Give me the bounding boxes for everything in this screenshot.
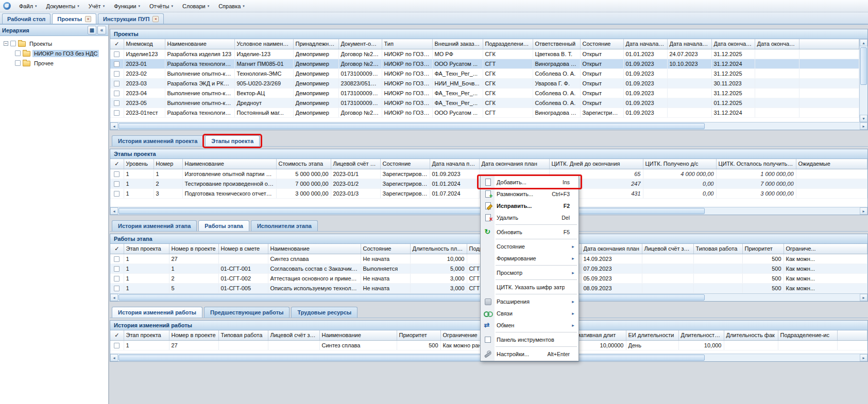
column-header[interactable]: Подразделение-ис (778, 330, 837, 340)
row-checkbox[interactable] (114, 276, 120, 282)
scroll-left-icon[interactable]: ◂ (110, 294, 118, 301)
column-header[interactable]: Внешний заказчик (432, 39, 483, 49)
context-menu-item[interactable]: Связи▸ (481, 307, 578, 319)
column-header[interactable]: Подразделение-от (483, 39, 533, 49)
panel-tab[interactable]: Исполнители этапа (251, 220, 318, 231)
row-checkbox[interactable] (114, 110, 120, 116)
select-all-header[interactable]: ✓ (110, 330, 124, 340)
scrollbar-thumb[interactable] (118, 123, 705, 129)
row-checkbox[interactable] (114, 191, 120, 197)
context-menu-item[interactable]: Настройки...Alt+Enter (481, 348, 578, 360)
column-header[interactable]: Ожидаемые (796, 159, 867, 169)
scroll-right-icon[interactable]: ▸ (860, 207, 867, 215)
scroll-left-icon[interactable]: ◂ (110, 354, 118, 361)
column-header[interactable]: Номер в проекте (169, 244, 218, 254)
context-menu-item[interactable]: Обмен▸ (481, 319, 578, 331)
close-icon[interactable]: × (152, 16, 159, 22)
scrollbar-thumb[interactable] (118, 208, 705, 214)
panel-tab[interactable]: История изменений проекта (112, 135, 203, 146)
column-header[interactable]: Наименование (182, 159, 276, 169)
column-header[interactable]: Дата окончания пл (711, 39, 755, 49)
column-header[interactable]: Стоимость этапа (276, 159, 331, 169)
window-tab[interactable]: Рабочий стол (2, 13, 50, 24)
hierarchy-view-icon[interactable]: ▦ (88, 26, 96, 34)
scroll-up-icon[interactable]: ▴ (860, 39, 867, 46)
context-menu-item[interactable]: Формирование▸ (481, 252, 578, 264)
context-menu-item[interactable]: Исправить...F2 (481, 200, 578, 212)
context-menu-item[interactable]: ЦИТК. Указать шифр затрат... (481, 281, 578, 293)
column-header[interactable]: Длительность пла (678, 330, 724, 340)
row-checkbox[interactable] (114, 100, 120, 106)
column-header[interactable]: Длительность фак (724, 330, 778, 340)
context-menu-item[interactable]: Расширения▸ (481, 295, 578, 307)
menubar-item[interactable]: Справка▾ (214, 2, 249, 11)
scroll-left-icon[interactable]: ◂ (110, 207, 118, 215)
menubar-item[interactable]: Отчёты▾ (145, 2, 177, 11)
tree-checkbox[interactable] (10, 41, 16, 46)
row-checkbox[interactable] (114, 61, 120, 67)
tree-node[interactable]: НИОКР по ГОЗ без НДС (1, 48, 107, 58)
column-header[interactable]: Наименование (319, 330, 397, 340)
table-row[interactable]: 2023-01Разработка технологии и...Магнит … (110, 59, 859, 68)
close-icon[interactable]: × (85, 16, 91, 22)
context-menu-item[interactable]: Состояние▸ (481, 240, 578, 252)
column-header[interactable]: Номер (154, 159, 182, 169)
column-header[interactable]: Условное наименова (234, 39, 293, 49)
menubar-item[interactable]: Учёт▾ (84, 2, 109, 11)
column-header[interactable]: Состояние (361, 244, 410, 254)
tree-checkbox[interactable] (15, 60, 21, 66)
tree-expander-icon[interactable]: − (4, 41, 8, 46)
column-header[interactable]: Документ-основан (338, 39, 382, 49)
row-checkbox[interactable] (114, 286, 120, 291)
column-header[interactable]: Принадлежность (293, 39, 338, 49)
row-checkbox[interactable] (114, 266, 120, 272)
row-checkbox[interactable] (114, 171, 120, 177)
window-tab[interactable]: Инструкции ПУП× (98, 13, 164, 24)
scroll-left-icon[interactable]: ◂ (110, 122, 118, 130)
column-header[interactable]: ЦИТК. Дней до окончания (549, 159, 643, 169)
scrollbar-thumb[interactable] (860, 47, 867, 85)
row-checkbox[interactable] (114, 81, 120, 86)
column-header[interactable] (837, 330, 867, 340)
scroll-right-icon[interactable]: ▸ (860, 294, 867, 301)
column-header[interactable]: Дата окончания план (479, 159, 549, 169)
column-header[interactable]: Дата начала план. (623, 39, 667, 49)
scrollbar-thumb[interactable] (118, 355, 705, 361)
select-all-header[interactable]: ✓ (110, 159, 124, 169)
column-header[interactable]: Состояние (380, 159, 430, 169)
panel-tab[interactable]: История изменений этапа (112, 220, 197, 231)
menubar-item[interactable]: Документы▾ (42, 2, 83, 11)
column-header[interactable]: Лицевой счёт затрат. (331, 159, 380, 169)
column-header[interactable]: Этап проекта (124, 244, 169, 254)
context-menu-item[interactable]: Добавить...Ins (481, 176, 578, 188)
table-row[interactable]: Изделие123Разработка изделия 123Изделие-… (110, 49, 859, 59)
column-header[interactable]: Дата начала план (430, 159, 479, 169)
column-header[interactable]: Номер в проекте (169, 330, 218, 340)
column-header[interactable]: Мнемокод (124, 39, 165, 49)
column-header[interactable]: Дата окончания ф (755, 39, 799, 49)
table-row[interactable]: 2023-01тестРазработка технологии и...Пос… (110, 108, 859, 117)
collapse-sidebar-icon[interactable]: « (97, 26, 106, 34)
context-menu-item[interactable]: Панель инструментов (481, 333, 578, 345)
row-checkbox[interactable] (114, 256, 120, 262)
row-checkbox[interactable] (114, 343, 120, 348)
table-row[interactable]: 2023-04Выполнение опытно-конс...Вектор-А… (110, 88, 859, 98)
column-header[interactable]: ЕИ длительности (626, 330, 678, 340)
row-checkbox[interactable] (114, 71, 120, 77)
menubar-item[interactable]: Файл▾ (15, 2, 41, 11)
window-tab[interactable]: Проекты× (52, 13, 96, 24)
menubar-item[interactable]: Функции▾ (110, 2, 144, 11)
tree-checkbox[interactable] (15, 50, 21, 56)
column-header[interactable]: Состояние (580, 39, 623, 49)
column-header[interactable]: Длительность план▼ (410, 244, 467, 254)
column-header[interactable]: Тип (382, 39, 432, 49)
column-header[interactable]: Ответственный (533, 39, 580, 49)
panel-tab[interactable]: Предшествующие работы (204, 307, 290, 318)
scroll-down-icon[interactable]: ▾ (860, 115, 867, 122)
select-all-header[interactable]: ✓ (110, 244, 124, 254)
column-header[interactable]: Дата окончания план (581, 244, 642, 254)
column-header[interactable] (799, 39, 859, 49)
context-menu-item[interactable]: Размножить...Ctrl+F3 (481, 188, 578, 200)
column-header[interactable]: ЦИТК. Получено д/с (643, 159, 716, 169)
context-menu-item[interactable]: ОбновитьF5 (481, 226, 578, 238)
